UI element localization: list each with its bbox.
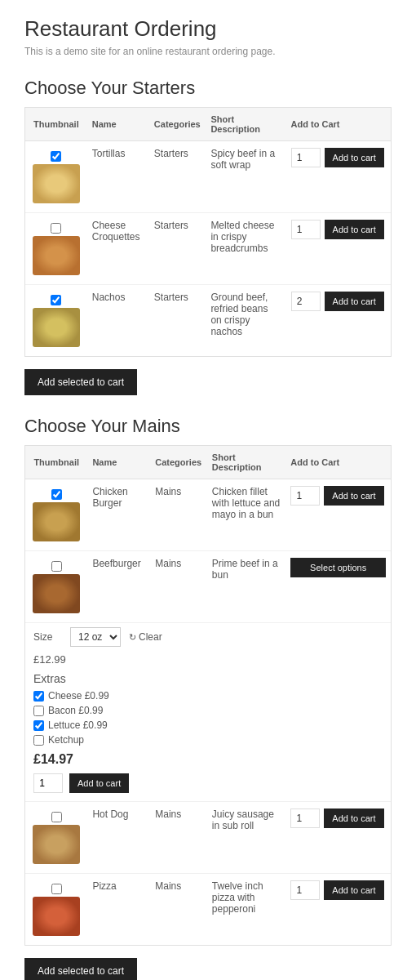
starters-col-cart: Add to Cart (286, 108, 391, 141)
starter-tortillas-checkbox[interactable] (51, 151, 61, 162)
main-chicken-cart: Add to cart (285, 479, 391, 551)
main-chicken-name: Chicken Burger (87, 479, 150, 551)
mains-col-categories: Categories (150, 446, 207, 479)
main-chicken-checkbox[interactable] (51, 489, 62, 500)
starter-croquettes-name: Cheese Croquettes (87, 213, 149, 285)
starter-croquettes-thumb-cell (25, 213, 87, 285)
main-chicken-add-button[interactable]: Add to cart (324, 486, 383, 506)
starter-nachos-image (33, 308, 80, 347)
main-pizza-qty[interactable] (290, 880, 320, 900)
beefburger-total-price: £14.97 (33, 752, 383, 767)
main-pizza-category: Mains (150, 874, 207, 946)
mains-section-title: Choose Your Mains (24, 416, 392, 437)
main-pizza-add-button[interactable]: Add to cart (324, 880, 383, 900)
site-description: This is a demo site for an online restau… (24, 46, 392, 57)
extra-cheese-label: Cheese £0.99 (48, 690, 109, 702)
starter-croquettes-image (33, 236, 80, 275)
starter-tortillas-add-button[interactable]: Add to cart (325, 148, 384, 167)
starters-col-thumbnail: Thumbnail (25, 108, 87, 141)
table-row: Pizza Mains Twelve inch pizza with peppe… (25, 874, 391, 946)
main-pizza-thumb-cell (25, 874, 87, 946)
starter-nachos-checkbox[interactable] (51, 295, 61, 305)
main-hotdog-image (33, 825, 80, 864)
beefburger-base-price: £12.99 (33, 653, 383, 666)
starter-croquettes-description: Melted cheese in crispy breadcrumbs (206, 213, 285, 285)
main-beefburger-thumb-cell (25, 551, 87, 623)
extra-ketchup-label: Ketchup (48, 734, 84, 746)
extras-title: Extras (33, 672, 383, 685)
table-row: Cheese Croquettes Starters Melted cheese… (25, 213, 391, 285)
extra-ketchup: Ketchup (33, 734, 383, 746)
beefburger-add-to-cart-button[interactable]: Add to cart (69, 773, 129, 793)
starter-tortillas-thumb-cell (25, 141, 87, 213)
starter-tortillas-cart: Add to cart (286, 141, 391, 213)
table-row: Chicken Burger Mains Chicken fillet with… (25, 479, 391, 551)
clear-label: Clear (139, 631, 162, 643)
main-hotdog-checkbox[interactable] (51, 812, 62, 822)
page-title: Restaurant Ordering (24, 16, 392, 42)
main-hotdog-add-button[interactable]: Add to cart (324, 808, 383, 828)
starter-nachos-thumb-cell (25, 285, 87, 357)
starter-croquettes-add-button[interactable]: Add to cart (325, 220, 384, 239)
main-chicken-category: Mains (150, 479, 207, 551)
extra-cheese: Cheese £0.99 (33, 690, 383, 702)
starter-nachos-add-button[interactable]: Add to cart (325, 292, 384, 311)
extra-bacon-checkbox[interactable] (33, 706, 44, 716)
starter-nachos-name: Nachos (87, 285, 149, 357)
main-pizza-name: Pizza (87, 874, 150, 946)
mains-col-thumbnail: Thumbnail (25, 446, 87, 479)
main-beefburger-checkbox[interactable] (51, 561, 62, 572)
starters-col-description: Short Description (206, 108, 285, 141)
table-row: Hot Dog Mains Juicy sausage in sub roll … (25, 802, 391, 874)
starters-section-title: Choose Your Starters (24, 78, 392, 99)
main-chicken-qty[interactable] (290, 486, 320, 506)
main-pizza-checkbox[interactable] (51, 884, 62, 894)
mains-col-description: Short Description (207, 446, 285, 479)
extra-lettuce-label: Lettuce £0.99 (48, 719, 108, 731)
starter-tortillas-image (33, 164, 80, 203)
main-chicken-thumb-cell (25, 479, 87, 551)
clear-button[interactable]: ↻ Clear (129, 631, 162, 643)
refresh-icon: ↻ (129, 632, 136, 643)
extra-bacon-label: Bacon £0.99 (48, 705, 103, 716)
extra-bacon: Bacon £0.99 (33, 705, 383, 716)
table-row: Beefburger Mains Prime beef in a bun Sel… (25, 551, 391, 623)
starter-nachos-category: Starters (149, 285, 206, 357)
beefburger-expanded-row: Size 12 oz 8 oz 16 oz ↻ Clear £12.99 Ext… (25, 623, 391, 802)
mains-col-cart: Add to Cart (285, 446, 391, 479)
mains-table: Thumbnail Name Categories Short Descript… (24, 445, 392, 946)
size-label: Size (33, 631, 62, 643)
starter-nachos-description: Ground beef, refried beans on crispy nac… (206, 285, 285, 357)
main-beefburger-cart: Select options (285, 551, 391, 623)
beefburger-qty[interactable] (33, 773, 63, 793)
beefburger-expanded-cell: Size 12 oz 8 oz 16 oz ↻ Clear £12.99 Ext… (25, 623, 391, 802)
mains-add-selected-button[interactable]: Add selected to cart (24, 958, 137, 980)
main-beefburger-category: Mains (150, 551, 207, 623)
main-hotdog-thumb-cell (25, 802, 87, 874)
starter-nachos-qty[interactable] (291, 292, 321, 311)
extra-cheese-checkbox[interactable] (33, 691, 44, 702)
starters-add-selected-button[interactable]: Add selected to cart (24, 369, 137, 395)
starters-col-categories: Categories (149, 108, 206, 141)
starter-tortillas-qty[interactable] (291, 148, 321, 167)
starter-tortillas-description: Spicy beef in a soft wrap (206, 141, 285, 213)
starter-nachos-cart: Add to cart (286, 285, 391, 357)
main-chicken-image (33, 502, 80, 541)
starter-croquettes-cart: Add to cart (286, 213, 391, 285)
main-beefburger-select-options-button[interactable]: Select options (290, 558, 386, 577)
main-hotdog-description: Juicy sausage in sub roll (207, 802, 285, 874)
extra-lettuce-checkbox[interactable] (33, 720, 44, 731)
starters-table: Thumbnail Name Categories Short Descript… (24, 107, 392, 357)
main-pizza-cart: Add to cart (285, 874, 391, 946)
main-pizza-description: Twelve inch pizza with pepperoni (207, 874, 285, 946)
starter-croquettes-checkbox[interactable] (51, 223, 61, 234)
table-row: Nachos Starters Ground beef, refried bea… (25, 285, 391, 357)
main-chicken-description: Chicken fillet with lettuce and mayo in … (207, 479, 285, 551)
starter-croquettes-qty[interactable] (291, 220, 321, 239)
main-hotdog-qty[interactable] (290, 808, 320, 828)
extra-ketchup-checkbox[interactable] (33, 735, 44, 746)
size-select[interactable]: 12 oz 8 oz 16 oz (70, 627, 121, 647)
mains-col-name: Name (87, 446, 150, 479)
main-hotdog-cart: Add to cart (285, 802, 391, 874)
extra-lettuce: Lettuce £0.99 (33, 719, 383, 731)
